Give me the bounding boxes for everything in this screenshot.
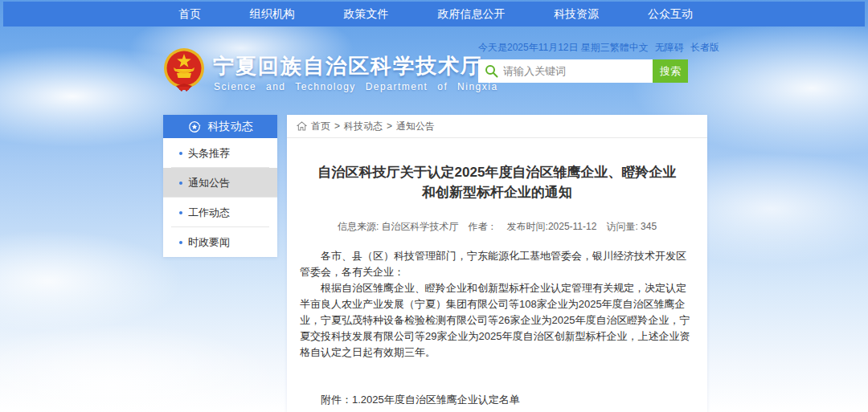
bullet-icon bbox=[179, 211, 182, 214]
breadcrumb-notices[interactable]: 通知公告 bbox=[396, 120, 435, 133]
nav-item-tech-resources[interactable]: 科技资源 bbox=[554, 7, 599, 22]
home-icon bbox=[297, 121, 307, 131]
star-circle-icon bbox=[188, 120, 201, 133]
attachment-link-2[interactable]: 2.2025年度自治区瞪羚企业认定名单 bbox=[352, 409, 551, 412]
article-body: 各市、县（区）科技管理部门，宁东能源化工基地管委会，银川经济技术开发区管委会，各… bbox=[300, 248, 694, 361]
sidebar-header: 科技动态 bbox=[163, 115, 277, 138]
article-title-line2: 和创新型标杆企业的通知 bbox=[311, 182, 683, 202]
sidebar-item-label: 通知公告 bbox=[188, 176, 230, 190]
sidebar: 科技动态 头条推荐 通知公告 工作动态 时政要闻 bbox=[163, 115, 277, 257]
breadcrumb: 首页 > 科技动态 > 通知公告 bbox=[287, 115, 707, 138]
breadcrumb-home[interactable]: 首页 bbox=[311, 120, 330, 133]
site-subtitle: Science and Technology Department of Nin… bbox=[214, 81, 498, 92]
nav-item-organization[interactable]: 组织机构 bbox=[250, 7, 295, 22]
meta-visits: 访问量: 345 bbox=[606, 221, 657, 232]
bullet-icon bbox=[179, 182, 182, 185]
bullet-icon bbox=[179, 241, 182, 244]
sidebar-item-label: 头条推荐 bbox=[188, 146, 230, 161]
breadcrumb-separator: > bbox=[334, 120, 340, 132]
site-title: 宁夏回族自治区科学技术厅 bbox=[213, 52, 483, 80]
meta-author: 作者： bbox=[469, 221, 497, 232]
sidebar-item-notices[interactable]: 通知公告 bbox=[163, 168, 277, 198]
sidebar-item-label: 工作动态 bbox=[188, 206, 230, 220]
attachment-link-1[interactable]: 1.2025年度自治区雏鹰企业认定名单 bbox=[352, 391, 551, 409]
sidebar-item-work-updates[interactable]: 工作动态 bbox=[163, 198, 277, 227]
breadcrumb-separator: > bbox=[387, 120, 392, 132]
search-input[interactable] bbox=[478, 59, 653, 83]
article-paragraph: 根据自治区雏鹰企业、瞪羚企业和创新型标杆企业认定管理有关规定，决定认定半亩良人农… bbox=[300, 280, 694, 361]
meta-source: 信息来源: 自治区科学技术厅 bbox=[338, 221, 459, 232]
article-meta: 信息来源: 自治区科学技术厅作者：发布时间:2025-11-12访问量: 345 bbox=[287, 220, 707, 234]
link-traditional-chinese[interactable]: 繁體中文 bbox=[610, 41, 649, 55]
search-button[interactable]: 搜索 bbox=[653, 59, 688, 83]
article-paragraph: 各市、县（区）科技管理部门，宁东能源化工基地管委会，银川经济技术开发区管委会，各… bbox=[300, 248, 694, 280]
link-senior-version[interactable]: 长者版 bbox=[690, 41, 719, 55]
sidebar-item-label: 时政要闻 bbox=[188, 235, 230, 250]
national-emblem-logo[interactable] bbox=[163, 47, 205, 94]
breadcrumb-tech-updates[interactable]: 科技动态 bbox=[344, 120, 383, 133]
search-bar: 搜索 bbox=[478, 59, 688, 83]
sidebar-item-current-affairs[interactable]: 时政要闻 bbox=[163, 227, 277, 257]
current-date: 今天是2025年11月12日 星期三 bbox=[478, 41, 610, 55]
bullet-icon bbox=[179, 152, 182, 155]
nav-item-home[interactable]: 首页 bbox=[178, 7, 201, 22]
top-navigation-bar: 首页 组织机构 政策文件 政府信息公开 科技资源 公众互动 bbox=[3, 2, 865, 27]
sidebar-title: 科技动态 bbox=[208, 120, 253, 134]
attachments-section: 附件： 1.2025年度自治区雏鹰企业认定名单 2.2025年度自治区瞪羚企业认… bbox=[321, 391, 707, 412]
nav-item-gov-info-disclosure[interactable]: 政府信息公开 bbox=[437, 7, 505, 22]
article-title-line1: 自治区科技厅关于认定2025年度自治区雏鹰企业、瞪羚企业 bbox=[311, 162, 683, 182]
meta-publish-time: 发布时间:2025-11-12 bbox=[507, 221, 597, 232]
search-icon bbox=[485, 64, 498, 78]
sidebar-item-headline-recommend[interactable]: 头条推荐 bbox=[163, 138, 277, 168]
nav-item-policy-documents[interactable]: 政策文件 bbox=[344, 7, 389, 22]
nav-item-public-interaction[interactable]: 公众互动 bbox=[648, 7, 693, 22]
main-content-panel: 首页 > 科技动态 > 通知公告 自治区科技厅关于认定2025年度自治区雏鹰企业… bbox=[287, 115, 707, 412]
attachments-label: 附件： bbox=[321, 391, 352, 412]
site-header: 宁夏回族自治区科学技术厅 Science and Technology Depa… bbox=[0, 27, 868, 115]
link-accessibility[interactable]: 无障碍 bbox=[655, 41, 684, 55]
article-title: 自治区科技厅关于认定2025年度自治区雏鹰企业、瞪羚企业 和创新型标杆企业的通知 bbox=[311, 162, 683, 202]
